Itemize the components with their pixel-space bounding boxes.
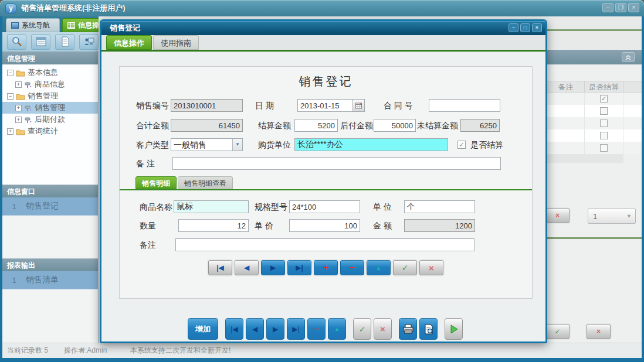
folder-icon <box>16 128 25 135</box>
detail-cancel-button[interactable]: × <box>419 260 443 275</box>
tree-item-sales-mgmt[interactable]: + 销售管理 <box>2 102 98 114</box>
cancel-record-button[interactable]: × <box>374 318 392 340</box>
tree-item-sales-mgmt-folder[interactable]: − 销售管理 <box>2 90 98 102</box>
restore-button[interactable]: ❐ <box>615 3 626 12</box>
product-name-field[interactable] <box>174 200 249 213</box>
table-row[interactable] <box>547 129 642 142</box>
sale-no-field[interactable] <box>171 99 243 112</box>
confirm-record-button[interactable]: ✓ <box>353 318 371 340</box>
chevron-down-icon[interactable]: ▼ <box>232 139 242 151</box>
settled-checkbox[interactable] <box>600 119 608 127</box>
table-row[interactable] <box>547 117 642 129</box>
tab-info-ops[interactable]: 信息操作 <box>62 18 99 32</box>
edit-record-button[interactable]: ▲ <box>328 318 346 340</box>
bg-delete-button[interactable]: × <box>545 208 570 223</box>
date-field[interactable]: 2013-01-15 <box>297 99 365 112</box>
form-button[interactable] <box>31 34 50 50</box>
tree-item-basic-info[interactable]: − 基本信息 <box>2 67 98 78</box>
unsettled-label: 未结算金额 <box>417 119 458 132</box>
tab-sales-detail[interactable]: 销售明细 <box>135 176 177 189</box>
detail-next-button[interactable]: ▶ <box>261 260 285 275</box>
remark-field[interactable] <box>172 157 501 170</box>
unit-field[interactable] <box>404 200 475 213</box>
table-row[interactable] <box>547 105 642 117</box>
unsettled-field[interactable] <box>460 119 500 132</box>
expand-box-icon[interactable]: + <box>15 105 22 111</box>
collapse-panel-button[interactable] <box>622 52 635 62</box>
nav-tree: − 基本信息 + 商品信息 − 销售管理 + 销售管理 + <box>2 64 98 185</box>
tab-sales-detail-view[interactable]: 销售明细查看 <box>178 176 233 189</box>
detail-edit-button[interactable]: ▲ <box>367 260 391 275</box>
add-button[interactable]: 增加 <box>188 318 218 340</box>
settled-checkbox[interactable]: ✓ <box>600 95 608 103</box>
user-computer-icon <box>83 36 95 47</box>
prev-record-button[interactable]: ◀ <box>246 318 264 340</box>
window-border-bottom <box>0 358 644 362</box>
bg-cancel-button[interactable]: × <box>587 324 611 339</box>
is-settled-checkbox[interactable]: ✓ <box>457 141 466 149</box>
search-button[interactable] <box>7 34 26 50</box>
search-icon <box>11 36 23 47</box>
tree-item-query-stats[interactable]: + 查询统计 <box>2 125 98 137</box>
customer-type-select[interactable]: 一般销售 ▼ <box>171 138 243 151</box>
tree-item-later-payment[interactable]: + 后期付款 <box>2 114 98 125</box>
tree-item-product-info[interactable]: + 商品信息 <box>2 78 98 90</box>
dialog-close-button[interactable]: × <box>532 23 542 32</box>
settled-checkbox[interactable] <box>600 107 608 115</box>
last-record-button[interactable]: ▶| <box>287 318 305 340</box>
dialog-minimize-button[interactable]: – <box>509 23 518 32</box>
document-button[interactable] <box>55 34 74 50</box>
buyer-field[interactable] <box>294 138 448 151</box>
report-row-sales-list[interactable]: 1 销售清单 <box>2 271 98 289</box>
dialog-maximize-button[interactable]: □ <box>520 23 530 32</box>
table-row[interactable]: ✓ <box>547 93 642 105</box>
detail-last-button[interactable]: ▶| <box>287 260 311 275</box>
calendar-picker-button[interactable] <box>352 100 364 111</box>
print-preview-button[interactable] <box>419 318 438 340</box>
detail-confirm-button[interactable]: ✓ <box>393 260 417 275</box>
detail-prev-button[interactable]: ◀ <box>235 260 259 275</box>
tab-info-operation[interactable]: 信息操作 <box>106 35 152 50</box>
collapse-box-icon[interactable]: − <box>7 93 13 100</box>
later-pay-field[interactable] <box>374 119 416 132</box>
detail-first-button[interactable]: |◀ <box>208 260 232 275</box>
minimize-button[interactable]: – <box>602 3 614 12</box>
collapse-box-icon[interactable]: − <box>7 70 13 76</box>
page-number-select[interactable]: 1 ▼ <box>588 209 636 224</box>
tab-system-nav[interactable]: 系统导航 <box>6 18 60 32</box>
settled-amount-field[interactable] <box>294 119 338 132</box>
settled-checkbox[interactable] <box>600 132 608 139</box>
first-record-button[interactable]: |◀ <box>225 318 243 340</box>
app-window: y 销售清单管理系统(非注册用户) – ❐ × 系统导航 信息操作 <box>0 0 644 362</box>
expand-box-icon[interactable]: + <box>15 117 22 123</box>
settled-checkbox[interactable] <box>600 144 608 152</box>
dialog-title: 销售登记 <box>110 23 140 33</box>
column-header-settled[interactable]: 是否结算 <box>585 81 623 93</box>
detail-add-button[interactable]: + <box>314 260 338 275</box>
info-window-row-sales-reg[interactable]: 1 销售登记 <box>2 197 98 216</box>
total-amount-field[interactable] <box>171 119 243 132</box>
column-header-remark[interactable]: 备注 <box>547 81 585 93</box>
contract-no-field[interactable] <box>429 99 500 112</box>
next-record-button[interactable]: ▶ <box>266 318 284 340</box>
run-report-button[interactable] <box>445 318 463 340</box>
amount-field[interactable] <box>404 219 475 232</box>
price-field[interactable] <box>289 219 360 232</box>
spec-field[interactable] <box>289 200 360 213</box>
amount-label: 金 额 <box>373 219 392 232</box>
delete-record-button[interactable]: − <box>307 318 326 340</box>
bg-confirm-button[interactable]: ✓ <box>545 324 570 339</box>
table-row[interactable] <box>547 142 642 154</box>
print-button[interactable] <box>399 318 417 340</box>
expand-box-icon[interactable]: + <box>7 128 13 135</box>
close-button[interactable]: × <box>628 3 639 12</box>
qty-field[interactable] <box>178 219 249 232</box>
tab-user-guide[interactable]: 使用指南 <box>153 35 199 50</box>
detail-remark-field[interactable] <box>175 238 474 251</box>
detail-delete-button[interactable]: − <box>340 260 364 275</box>
main-tab-strip: 系统导航 信息操作 <box>2 16 99 32</box>
expand-box-icon[interactable]: + <box>15 81 22 88</box>
operator-label: 操作者:Admin <box>64 346 107 356</box>
user-button[interactable] <box>79 34 99 50</box>
report-blank <box>2 289 98 339</box>
